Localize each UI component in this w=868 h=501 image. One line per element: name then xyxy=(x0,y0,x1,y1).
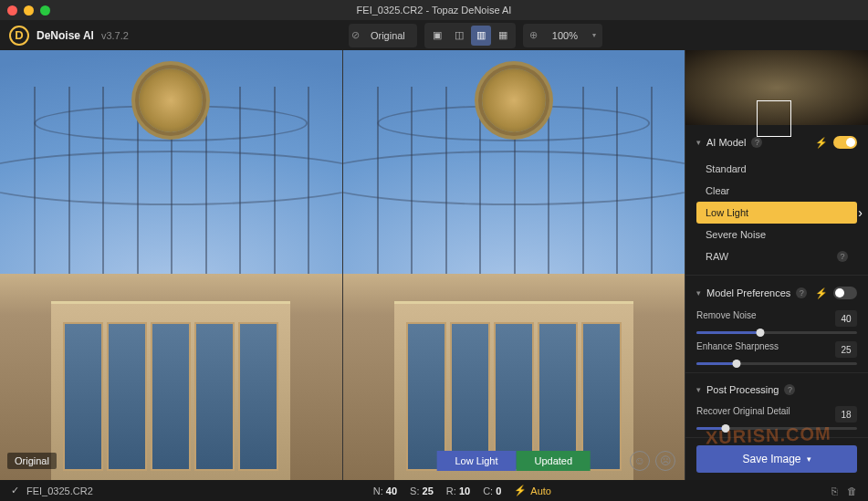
bolt-icon: ⚡ xyxy=(815,137,828,149)
enhance-sharpness-slider: Enhance Sharpness 25 xyxy=(696,341,857,365)
help-icon[interactable]: ? xyxy=(837,251,848,262)
bolt-icon: ⚡ xyxy=(514,485,527,496)
enhance-sharpness-label: Enhance Sharpness xyxy=(696,341,779,358)
zoom-level: 100% xyxy=(543,26,587,45)
footer: ✓ FEI_0325.CR2 N: 40 S: 25 R: 10 C: 0 ⚡ … xyxy=(0,480,868,501)
titlebar: FEI_0325.CR2 - Topaz DeNoise AI xyxy=(0,0,868,20)
chevron-down-icon: ▾ xyxy=(807,454,811,464)
close-window-button[interactable] xyxy=(7,5,17,16)
remove-noise-slider: Remove Noise 40 xyxy=(696,310,857,334)
model-standard[interactable]: Standard xyxy=(696,158,857,180)
check-icon: ✓ xyxy=(11,485,19,496)
model-clear[interactable]: Clear xyxy=(696,180,857,202)
view-mode-group: ▣ ◫ ▥ ▦ xyxy=(424,23,516,48)
minimize-window-button[interactable] xyxy=(24,5,34,16)
enhance-sharpness-track[interactable] xyxy=(696,362,857,365)
prefs-title: Model Preferences xyxy=(706,287,790,298)
original-button-label: Original xyxy=(361,26,414,45)
recover-detail-label: Recover Original Detail xyxy=(696,406,790,423)
feedback-sad-button[interactable]: ☹ xyxy=(655,451,675,471)
view-sidebyside-button[interactable]: ▥ xyxy=(471,26,491,46)
feedback-happy-button[interactable]: ☺ xyxy=(630,451,650,471)
processed-pane: Low Light Updated ☺ ☹ xyxy=(343,50,686,480)
maximize-window-button[interactable] xyxy=(40,5,50,16)
app-name: DeNoise AI xyxy=(37,29,94,42)
model-severe-noise[interactable]: Severe Noise xyxy=(696,224,857,245)
chevron-right-icon[interactable]: › xyxy=(858,205,863,220)
auto-indicator: ⚡ Auto xyxy=(514,485,551,496)
model-preferences-panel: ▾ Model Preferences ? ⚡ Remove Noise 40 xyxy=(685,276,868,373)
view-grid-button[interactable]: ▦ xyxy=(493,26,513,46)
ai-model-title: AI Model xyxy=(706,137,746,148)
remove-noise-label: Remove Noise xyxy=(696,310,757,327)
stat-c: C: 0 xyxy=(483,485,501,496)
model-raw[interactable]: RAW ? xyxy=(696,245,857,267)
slider-thumb[interactable] xyxy=(721,424,729,433)
navigator-preview[interactable] xyxy=(685,50,868,125)
model-list: Standard Clear Low Light Severe Noise RA… xyxy=(696,158,857,267)
chevron-down-icon[interactable]: ▾ xyxy=(696,138,701,147)
chevron-down-icon[interactable]: ▾ xyxy=(696,288,701,297)
window-title: FEI_0325.CR2 - Topaz DeNoise AI xyxy=(357,5,512,16)
trash-icon[interactable]: 🗑 xyxy=(847,485,857,496)
recover-detail-slider: Recover Original Detail 18 xyxy=(696,406,857,430)
ai-model-panel: ▾ AI Model ? ⚡ Standard Clear Low Light … xyxy=(685,125,868,276)
help-icon[interactable]: ? xyxy=(751,137,762,148)
status-badge: Updated xyxy=(517,451,591,471)
post-processing-panel: ▾ Post Processing ? Recover Original Det… xyxy=(685,373,868,438)
slider-thumb[interactable] xyxy=(733,360,741,368)
app-version: v3.7.2 xyxy=(101,30,129,41)
export-icon[interactable]: ⎘ xyxy=(831,485,838,496)
prefs-toggle[interactable] xyxy=(833,287,857,299)
stat-n: N: 40 xyxy=(373,485,397,496)
original-pane: Original xyxy=(0,50,343,480)
view-split-button[interactable]: ◫ xyxy=(449,26,469,46)
original-pane-label: Original xyxy=(7,453,57,469)
image-viewer[interactable]: Original Low Light Updated ☺ ☹ xyxy=(0,50,685,480)
bolt-icon: ⚡ xyxy=(815,287,828,299)
sidebar: ▾ AI Model ? ⚡ Standard Clear Low Light … xyxy=(685,50,868,480)
app-header: D DeNoise AI v3.7.2 ⊘ Original ▣ ◫ ▥ ▦ ⊕… xyxy=(0,20,868,50)
model-low-light[interactable]: Low Light xyxy=(696,202,857,224)
compare-badges: Low Light Updated xyxy=(436,451,591,471)
ai-model-toggle[interactable] xyxy=(833,136,857,149)
remove-noise-track[interactable] xyxy=(696,331,857,334)
app-logo: D xyxy=(9,26,29,46)
recover-detail-track[interactable] xyxy=(696,427,857,430)
stat-r: R: 10 xyxy=(446,485,470,496)
zoom-control[interactable]: ⊕ 100% ▾ xyxy=(523,24,602,47)
traffic-lights xyxy=(7,5,50,16)
original-toggle[interactable]: ⊘ Original xyxy=(349,24,417,47)
chevron-down-icon[interactable]: ▾ xyxy=(696,385,701,394)
slider-thumb[interactable] xyxy=(757,329,765,337)
save-button-label: Save Image xyxy=(742,453,800,465)
view-single-button[interactable]: ▣ xyxy=(427,26,447,46)
navigator-viewport-box[interactable] xyxy=(757,100,791,137)
remove-noise-value[interactable]: 40 xyxy=(835,310,857,327)
stat-s: S: 25 xyxy=(410,485,434,496)
recover-detail-value[interactable]: 18 xyxy=(835,406,857,423)
main-content: Original Low Light Updated ☺ ☹ xyxy=(0,50,868,480)
footer-filename: FEI_0325.CR2 xyxy=(26,485,93,496)
post-title: Post Processing xyxy=(706,384,779,395)
help-icon[interactable]: ? xyxy=(784,384,795,395)
model-badge: Low Light xyxy=(436,451,516,471)
help-icon[interactable]: ? xyxy=(796,287,807,298)
save-image-button[interactable]: Save Image ▾ xyxy=(696,445,857,473)
enhance-sharpness-value[interactable]: 25 xyxy=(835,341,857,358)
